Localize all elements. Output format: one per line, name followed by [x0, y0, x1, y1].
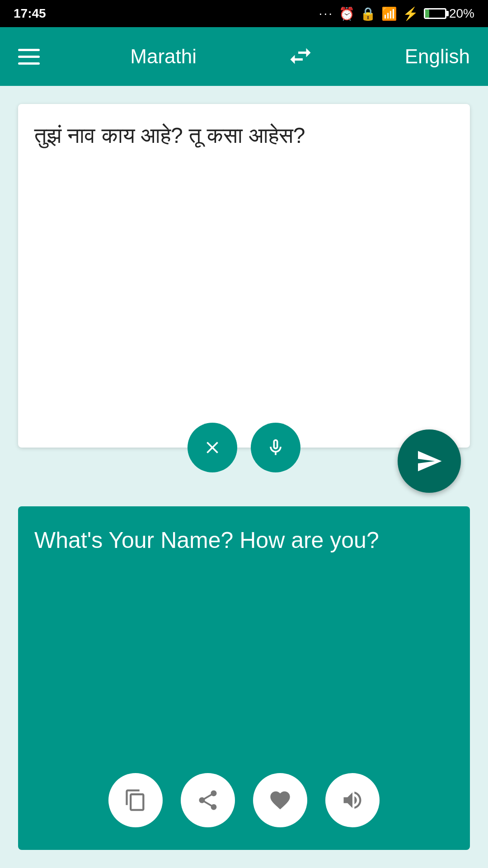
status-icons: ··· ⏰ 🔒 📶 ⚡ 20%: [319, 6, 474, 21]
speaker-button[interactable]: [325, 773, 380, 827]
sim-icon: 🔒: [360, 6, 376, 21]
menu-button[interactable]: [18, 49, 40, 65]
status-bar: 17:45 ··· ⏰ 🔒 📶 ⚡ 20%: [0, 0, 488, 27]
copy-button[interactable]: [108, 773, 163, 827]
microphone-button[interactable]: [251, 423, 300, 472]
target-language[interactable]: English: [405, 45, 470, 68]
input-actions: [188, 423, 300, 472]
app-bar: Marathi English: [0, 27, 488, 86]
status-time: 17:45: [14, 6, 46, 21]
share-button[interactable]: [181, 773, 235, 827]
signal-icon: 📶: [381, 6, 397, 21]
swap-languages-button[interactable]: [287, 42, 314, 71]
send-button[interactable]: [398, 429, 461, 493]
output-panel: What's Your Name? How are you?: [18, 506, 470, 850]
output-actions: [108, 773, 380, 827]
clear-button[interactable]: [188, 423, 237, 472]
favorite-button[interactable]: [253, 773, 307, 827]
source-language[interactable]: Marathi: [130, 45, 197, 68]
more-icon: ···: [319, 6, 333, 21]
battery-percent: 20%: [449, 6, 474, 21]
input-panel: तुझं नाव काय आहे? तू कसा आहेस?: [18, 104, 470, 448]
battery: 20%: [424, 6, 474, 21]
alarm-icon: ⏰: [339, 6, 355, 21]
charging-icon: ⚡: [403, 6, 418, 21]
translated-text: What's Your Name? How are you?: [34, 524, 454, 556]
source-text[interactable]: तुझं नाव काय आहे? तू कसा आहेस?: [34, 120, 454, 398]
